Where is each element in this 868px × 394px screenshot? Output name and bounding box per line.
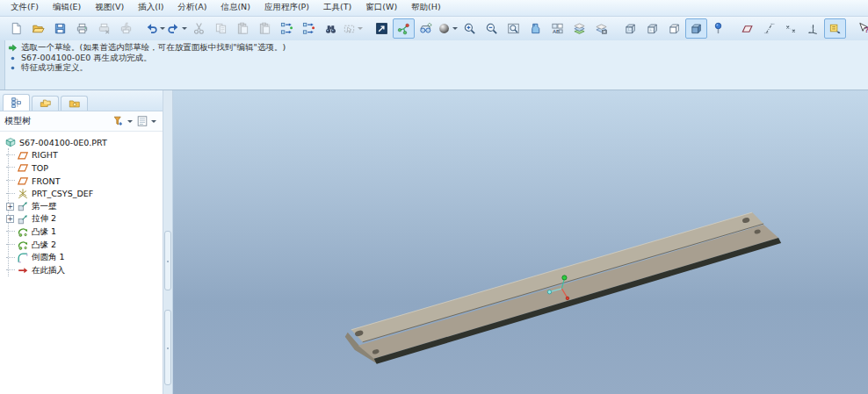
repaint-button[interactable] xyxy=(371,18,393,39)
splitter-handle[interactable] xyxy=(164,231,171,290)
datum-csys-toggle[interactable] xyxy=(802,18,824,39)
tree-connector xyxy=(6,180,15,182)
tree-item-label: 在此插入 xyxy=(32,265,65,276)
extrude-icon xyxy=(16,212,29,226)
main-toolbar: AB? xyxy=(0,17,868,41)
shading-style-button[interactable] xyxy=(437,18,459,39)
tree-item-right-plane[interactable]: RIGHT xyxy=(2,149,163,162)
regenerate-button[interactable] xyxy=(276,18,298,39)
tree-item-prt-csys-def[interactable]: PRT_CSYS_DEF xyxy=(2,187,163,200)
orient-mode-button[interactable] xyxy=(415,18,437,39)
part-upper-surface xyxy=(351,212,763,342)
find-button[interactable] xyxy=(320,18,342,39)
redo-button[interactable] xyxy=(166,18,188,39)
saved-orientations-button[interactable] xyxy=(707,18,729,39)
cut-button xyxy=(188,18,210,39)
menu-info[interactable]: 信息(N) xyxy=(213,0,257,16)
regen-manager-icon xyxy=(302,22,315,35)
undo-button[interactable] xyxy=(144,18,166,39)
tree-item-top-plane[interactable]: TOP xyxy=(2,161,163,175)
regen-manager-button[interactable] xyxy=(298,18,320,39)
message-scrollbar[interactable] xyxy=(0,40,5,90)
extrude-icon xyxy=(16,200,29,213)
spin-center-toggle[interactable] xyxy=(393,18,415,39)
3d-viewport[interactable] xyxy=(173,90,868,394)
sheet-metal-part[interactable] xyxy=(345,212,781,364)
csys-x-handle[interactable] xyxy=(547,290,551,294)
dropdown-caret-icon[interactable] xyxy=(151,120,156,123)
tab-favorites[interactable] xyxy=(61,96,88,111)
layer-status-button[interactable] xyxy=(590,18,612,39)
datum-planes-toggle[interactable] xyxy=(736,18,758,39)
tree-item-round-1[interactable]: 倒圆角 1 xyxy=(2,251,163,264)
panel-splitter[interactable] xyxy=(163,90,173,394)
tree-item-flange-1[interactable]: 凸缘 1 xyxy=(2,226,163,239)
save-icon xyxy=(54,22,67,35)
dropdown-caret-icon[interactable] xyxy=(127,120,133,123)
tree-connector xyxy=(6,231,15,233)
zoom-out-button[interactable] xyxy=(481,18,503,39)
menu-insert[interactable]: 插入(I) xyxy=(131,0,170,16)
model-tree-header: 模型树 xyxy=(0,111,163,132)
tree-item-insert-here[interactable]: 在此插入 xyxy=(2,264,163,277)
dropdown-caret-icon[interactable] xyxy=(452,27,458,30)
dropdown-caret-icon[interactable] xyxy=(182,27,187,30)
print-button[interactable] xyxy=(71,18,93,39)
cut-icon xyxy=(192,22,206,35)
refit-button[interactable] xyxy=(503,18,524,39)
zoom-in-icon xyxy=(463,22,476,35)
message-text: 特征成功重定义。 xyxy=(21,62,88,74)
hidden-line-button[interactable] xyxy=(641,18,663,39)
view-manager-button[interactable]: AB xyxy=(546,18,568,39)
part-icon xyxy=(4,136,17,149)
expand-toggle[interactable]: + xyxy=(6,215,14,223)
menu-help[interactable]: 帮助(H) xyxy=(404,0,448,16)
layers-button[interactable] xyxy=(568,18,590,39)
wireframe-button[interactable] xyxy=(619,18,641,39)
reorient-button[interactable] xyxy=(524,18,546,39)
tree-item-label: 倒圆角 1 xyxy=(32,252,65,263)
menu-applications[interactable]: 应用程序(P) xyxy=(257,0,316,16)
tree-item-front-plane[interactable]: FRONT xyxy=(2,175,163,188)
tree-item-part-root[interactable]: S67-004100-0E0.PRT xyxy=(2,136,163,149)
splitter-handle[interactable] xyxy=(164,310,171,385)
menu-view[interactable]: 视图(V) xyxy=(88,0,131,16)
layer-status-icon xyxy=(595,22,608,35)
zoom-in-button[interactable] xyxy=(459,18,481,39)
tree-settings-button[interactable] xyxy=(134,114,158,128)
menu-window[interactable]: 窗口(W) xyxy=(358,0,404,16)
no-hidden-button[interactable] xyxy=(663,18,685,39)
model-tree: S67-004100-0E0.PRTRIGHTTOPFRONTPRT_CSYS_… xyxy=(0,132,163,394)
tree-item-extrude-2[interactable]: +拉伸 2 xyxy=(2,213,163,226)
dropdown-caret-icon[interactable] xyxy=(160,27,165,30)
tab-model-tree[interactable] xyxy=(3,94,30,111)
new-file-button[interactable] xyxy=(5,18,27,39)
annotations-toggle[interactable] xyxy=(824,18,846,39)
dropdown-caret-icon[interactable] xyxy=(358,27,363,30)
datum-axes-toggle[interactable] xyxy=(758,18,780,39)
menu-file[interactable]: 文件(F) xyxy=(4,0,46,16)
tab-layers[interactable] xyxy=(32,96,59,111)
tree-connector xyxy=(6,269,15,271)
save-button[interactable] xyxy=(49,18,71,39)
datum-axis-toggle-icon xyxy=(763,22,776,35)
shaded-button[interactable] xyxy=(685,18,707,39)
repaint-icon xyxy=(375,22,388,35)
datum-points-toggle[interactable] xyxy=(780,18,802,39)
csys-z-handle[interactable] xyxy=(566,297,569,300)
menu-analysis[interactable]: 分析(A) xyxy=(170,0,213,16)
datum-csys-toggle-icon xyxy=(807,22,820,35)
message-line: 特征成功重定义。 xyxy=(8,63,763,74)
menu-edit[interactable]: 编辑(E) xyxy=(46,0,88,16)
tree-item-first-wall[interactable]: +第一壁 xyxy=(2,200,163,213)
context-help-button[interactable]: ? xyxy=(853,18,868,39)
tree-filter-button[interactable] xyxy=(111,114,134,128)
reorient-icon xyxy=(529,22,542,35)
csys-y-handle[interactable] xyxy=(562,276,567,280)
hidden-line-icon xyxy=(646,22,659,35)
expand-toggle[interactable]: + xyxy=(6,203,14,211)
tree-item-flange-2[interactable]: 凸缘 2 xyxy=(2,239,163,252)
favorites-tab-icon xyxy=(69,97,81,110)
open-file-button[interactable] xyxy=(27,18,49,39)
menu-tools[interactable]: 工具(T) xyxy=(316,0,358,16)
